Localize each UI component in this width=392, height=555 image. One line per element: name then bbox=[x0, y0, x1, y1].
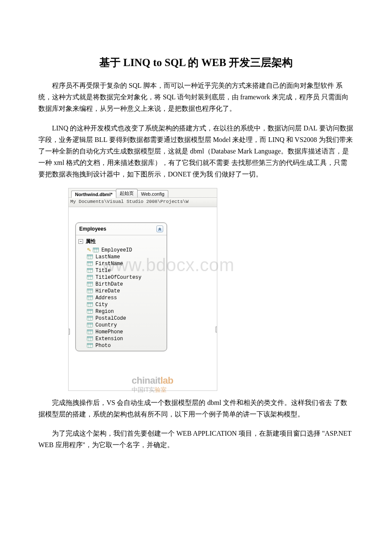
field-icon bbox=[87, 330, 93, 335]
field-icon bbox=[87, 323, 93, 328]
field-icon bbox=[87, 343, 93, 348]
field-label: Address bbox=[95, 295, 117, 301]
paragraph-2: LINQ 的这种开发模式也改变了系统架构的搭建方式，在以往的系统中，数据访问层 … bbox=[38, 122, 354, 180]
designer-screenshot: Northwind.dbml* 起始页 Web.config My Docume… bbox=[68, 188, 217, 391]
field-row[interactable]: PostalCode bbox=[78, 315, 165, 322]
field-label: Title bbox=[95, 268, 111, 274]
svg-line-2 bbox=[90, 250, 91, 251]
tab-northwind-dbml[interactable]: Northwind.dbml* bbox=[71, 191, 116, 198]
svg-rect-32 bbox=[87, 296, 93, 297]
entity-name: Employees bbox=[79, 226, 106, 232]
field-row[interactable]: Region bbox=[78, 308, 165, 315]
svg-rect-28 bbox=[87, 289, 93, 290]
scroll-handle-left[interactable] bbox=[69, 329, 70, 335]
field-icon bbox=[87, 261, 93, 266]
field-row[interactable]: City bbox=[78, 301, 165, 308]
field-label: LastName bbox=[95, 254, 120, 260]
field-icon bbox=[87, 309, 93, 314]
field-icon bbox=[87, 268, 93, 273]
field-label: HomePhone bbox=[95, 329, 123, 335]
field-icon bbox=[87, 316, 93, 321]
svg-rect-16 bbox=[87, 269, 93, 270]
field-label: Extension bbox=[95, 336, 123, 342]
scroll-handle-right[interactable] bbox=[216, 327, 217, 332]
field-icon bbox=[87, 282, 93, 287]
field-row[interactable]: BirthDate bbox=[78, 281, 165, 288]
field-label: PostalCode bbox=[95, 315, 126, 321]
entity-header[interactable]: Employees bbox=[76, 223, 167, 235]
svg-rect-24 bbox=[87, 282, 93, 283]
svg-rect-36 bbox=[87, 303, 93, 304]
field-row[interactable]: Country bbox=[78, 322, 165, 329]
collapse-icon[interactable] bbox=[156, 225, 163, 232]
field-label: Photo bbox=[95, 343, 111, 349]
paragraph-4: 为了完成这个架构，我们首先要创建一个 WEB APPLICATION 项目，在新… bbox=[38, 428, 354, 451]
svg-rect-8 bbox=[87, 255, 93, 256]
tab-web-config[interactable]: Web.config bbox=[137, 190, 168, 197]
field-row[interactable]: HomePhone bbox=[78, 329, 165, 335]
field-label: HireDate bbox=[95, 288, 120, 294]
svg-rect-44 bbox=[87, 316, 93, 318]
field-icon bbox=[87, 254, 93, 260]
field-row[interactable]: LastName bbox=[78, 254, 165, 260]
svg-rect-20 bbox=[87, 275, 93, 277]
key-icon bbox=[87, 248, 92, 253]
entity-properties-section: − 属性 EmployeeIDLastNameFirstNameTitleTit… bbox=[76, 235, 167, 351]
field-label: TitleOfCourtesy bbox=[95, 275, 141, 280]
field-label: BirthDate bbox=[95, 281, 123, 287]
designer-surface[interactable]: Employees − 属性 EmployeeIDLastNameFirstNa… bbox=[69, 207, 217, 390]
field-label: City bbox=[95, 302, 108, 308]
field-icon bbox=[87, 302, 93, 307]
field-label: Country bbox=[95, 322, 117, 328]
minus-icon[interactable]: − bbox=[78, 239, 83, 244]
section-label: 属性 bbox=[86, 238, 96, 245]
field-icon bbox=[87, 295, 93, 301]
tab-start-page[interactable]: 起始页 bbox=[116, 189, 138, 197]
field-icon bbox=[87, 275, 93, 280]
svg-rect-4 bbox=[93, 248, 99, 249]
section-header[interactable]: − 属性 bbox=[78, 237, 165, 246]
page-title: 基于 LINQ to SQL 的 WEB 开发三层架构 bbox=[38, 55, 354, 69]
breadcrumb-path: My Documents\Visual Studio 2008\Projects… bbox=[69, 198, 217, 207]
field-icon bbox=[93, 248, 99, 253]
paragraph-3: 完成拖拽操作后，VS 会自动生成一个数据模型层的 dbml 文件和相关的类文件。… bbox=[38, 397, 354, 420]
field-icon bbox=[87, 336, 93, 341]
svg-rect-52 bbox=[87, 330, 93, 331]
field-row[interactable]: Address bbox=[78, 295, 165, 301]
svg-rect-48 bbox=[87, 323, 93, 324]
svg-rect-60 bbox=[87, 344, 93, 345]
field-icon bbox=[87, 289, 93, 294]
field-label: FirstName bbox=[95, 261, 123, 267]
field-row[interactable]: Title bbox=[78, 267, 165, 274]
field-label: Region bbox=[95, 309, 114, 315]
field-row[interactable]: EmployeeID bbox=[78, 247, 165, 254]
field-row[interactable]: Photo bbox=[78, 342, 165, 349]
paragraph-1: 程序员不再受限于复杂的 SQL 脚本，而可以一种近乎完美的方式来搭建自己的面向对… bbox=[38, 80, 354, 115]
field-row[interactable]: Extension bbox=[78, 335, 165, 342]
entity-employees[interactable]: Employees − 属性 EmployeeIDLastNameFirstNa… bbox=[75, 223, 167, 351]
field-row[interactable]: HireDate bbox=[78, 288, 165, 295]
field-label: EmployeeID bbox=[101, 247, 132, 253]
svg-rect-56 bbox=[87, 337, 93, 338]
field-row[interactable]: FirstName bbox=[78, 260, 165, 267]
field-row[interactable]: TitleOfCourtesy bbox=[78, 274, 165, 281]
editor-tabs: Northwind.dbml* 起始页 Web.config bbox=[69, 188, 217, 198]
svg-rect-40 bbox=[87, 309, 93, 311]
svg-rect-12 bbox=[87, 262, 93, 263]
